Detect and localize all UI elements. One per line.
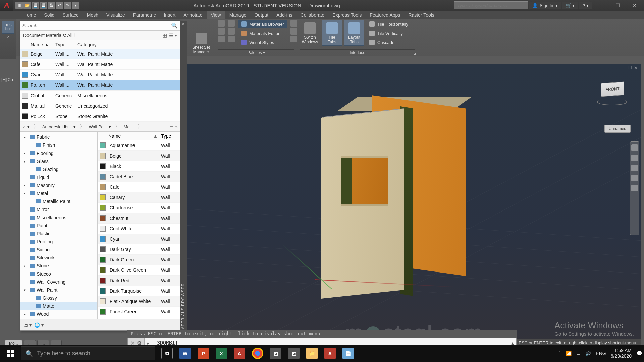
tree-item-sitework[interactable]: Sitework bbox=[20, 254, 97, 262]
tree-item-stone[interactable]: ▸ Stone bbox=[20, 262, 97, 270]
taskbar-autocad-2[interactable]: A bbox=[321, 345, 339, 362]
view-mode-icon[interactable]: ▭ bbox=[169, 124, 173, 129]
switch-windows-button[interactable]: Switch Windows bbox=[300, 20, 320, 46]
tree-item-glass[interactable]: ▾ Glass bbox=[20, 157, 97, 165]
taskbar-app-2[interactable]: ◩ bbox=[285, 345, 303, 362]
materials-browser-button[interactable]: Materials Browser bbox=[238, 20, 287, 28]
taskbar-folder[interactable]: 📁 bbox=[303, 345, 321, 362]
tree-item-mirror[interactable]: Mirror bbox=[20, 205, 97, 214]
doc-material-row[interactable]: Cyan Wall ... Wall Paint: Matte bbox=[20, 70, 180, 80]
material-list-header[interactable]: Name ▲ Type bbox=[98, 132, 180, 140]
palette-icon-8[interactable] bbox=[290, 28, 297, 35]
palette-icon-1[interactable] bbox=[218, 20, 225, 27]
bc-home[interactable]: ⌂▾ bbox=[20, 122, 32, 131]
taskbar-search[interactable]: 🔍 Type here to search bbox=[21, 346, 155, 360]
ribbon-tab-collaborate[interactable]: Collaborate bbox=[297, 11, 329, 19]
ribbon-tab-insert[interactable]: Insert bbox=[160, 11, 179, 19]
tree-item-metal[interactable]: ▸ Metal bbox=[20, 189, 97, 197]
bc-group[interactable]: Wall Pa... ▾ bbox=[86, 122, 113, 131]
tree-item-paint[interactable]: Paint bbox=[20, 222, 97, 230]
close-button[interactable]: ✕ bbox=[627, 0, 643, 11]
material-row[interactable]: Black Wall bbox=[98, 161, 180, 172]
tile-horizontally-button[interactable]: Tile Horizontally bbox=[366, 20, 411, 28]
visual-styles-button[interactable]: Visual Styles bbox=[238, 38, 287, 46]
tree-item-roofing[interactable]: Roofing bbox=[20, 238, 97, 246]
ucs-icon-button[interactable]: UCS Icon bbox=[2, 21, 14, 34]
file-tabs-button[interactable]: File Tabs bbox=[322, 20, 342, 46]
doc-material-row[interactable]: Cafe Wall ... Wall Paint: Matte bbox=[20, 59, 180, 70]
material-row[interactable]: Canary Wall bbox=[98, 192, 180, 203]
qat-more-icon[interactable]: ▾ bbox=[72, 2, 79, 9]
app-menu-button[interactable]: A bbox=[0, 0, 13, 11]
palette-icon-3[interactable] bbox=[218, 36, 225, 42]
ribbon-tab-output[interactable]: Output bbox=[250, 11, 272, 19]
col-category[interactable]: Category bbox=[77, 42, 180, 47]
material-row[interactable]: Chartreuse Wall bbox=[98, 203, 180, 213]
vp-maximize-icon[interactable]: ☐ bbox=[628, 65, 632, 70]
viewport-label[interactable]: [−][Cu bbox=[1, 77, 13, 82]
palette-icon-5[interactable] bbox=[228, 28, 235, 35]
material-row[interactable]: Aquamarine Wall bbox=[98, 140, 180, 151]
vp-close-icon[interactable]: ✕ bbox=[634, 65, 638, 70]
tray-clock[interactable]: 11:59 AM 6/23/2020 bbox=[611, 348, 632, 359]
expand-icon[interactable]: ▸ bbox=[24, 191, 28, 196]
tree-item-liquid[interactable]: Liquid bbox=[20, 173, 97, 181]
ribbon-tab-annotate[interactable]: Annotate bbox=[179, 11, 206, 19]
expand-icon[interactable]: ▾ bbox=[24, 159, 28, 164]
exchange-button[interactable]: 🛒 ▾ bbox=[562, 2, 579, 9]
layout-tabs-button[interactable]: Layout Tabs bbox=[344, 20, 364, 46]
category-tree[interactable]: ▸ Fabric Finish▸ Flooring▾ Glass Glazing… bbox=[20, 132, 98, 319]
ribbon-tab-add-ins[interactable]: Add-ins bbox=[272, 11, 296, 19]
tree-item-metallic-paint[interactable]: Metallic Paint bbox=[20, 197, 97, 205]
material-row[interactable]: Dark Gray Wall bbox=[98, 244, 180, 255]
material-row[interactable]: Forest Green Wall bbox=[98, 307, 180, 317]
material-row[interactable]: Dark Green Wall bbox=[98, 255, 180, 265]
material-row[interactable]: Beige Wall bbox=[98, 151, 180, 161]
tree-item-glossy[interactable]: Glossy bbox=[20, 294, 97, 302]
cascade-button[interactable]: Cascade bbox=[366, 38, 411, 46]
help-search-input[interactable] bbox=[454, 1, 528, 9]
navigation-bar[interactable] bbox=[630, 141, 639, 235]
tray-language[interactable]: ENG bbox=[596, 351, 606, 356]
overflow-icon[interactable]: » bbox=[175, 124, 178, 129]
expand-icon[interactable]: ▸ bbox=[24, 183, 28, 188]
tree-item-wall-covering[interactable]: Wall Covering bbox=[20, 278, 97, 286]
tree-item-glazing[interactable]: Glazing bbox=[20, 165, 97, 173]
tree-item-siding[interactable]: Siding bbox=[20, 246, 97, 254]
manage-libraries-icon[interactable]: 🗂 ▾ bbox=[23, 322, 32, 328]
doc-materials-header-row[interactable]: Name ▲ Type Category bbox=[20, 40, 180, 49]
tree-item-fabric[interactable]: ▸ Fabric bbox=[20, 133, 97, 141]
minimize-button[interactable]: — bbox=[593, 0, 609, 11]
tree-item-wall-paint[interactable]: ▾ Wall Paint bbox=[20, 286, 97, 294]
doc-material-row[interactable]: Fo...en Wall ... Wall Paint: Matte bbox=[20, 80, 180, 90]
tray-battery-icon[interactable]: ▭ bbox=[576, 351, 581, 356]
col-name[interactable]: Name ▲ bbox=[29, 42, 55, 47]
qat-plot-icon[interactable]: 🖶 bbox=[48, 2, 55, 9]
tray-notifications-icon[interactable]: 💬 bbox=[636, 351, 642, 356]
bc-leaf[interactable]: Ma... bbox=[121, 122, 136, 131]
palette-icon-2[interactable] bbox=[218, 28, 225, 35]
ribbon-tab-parametric[interactable]: Parametric bbox=[129, 11, 160, 19]
taskbar-autocad-1[interactable]: A bbox=[231, 345, 248, 362]
expand-icon[interactable]: ▸ bbox=[24, 312, 28, 316]
list-col-type[interactable]: Type bbox=[161, 133, 180, 139]
palette-close-icon[interactable]: ✕ bbox=[180, 21, 187, 28]
material-row[interactable]: Chestnut Wall bbox=[98, 213, 180, 224]
material-row[interactable]: Flat - Antique White Wall bbox=[98, 296, 180, 307]
search-icon[interactable]: 🔍 bbox=[171, 22, 178, 29]
view-thumb-icon[interactable]: ▦ bbox=[163, 33, 167, 38]
document-materials-header[interactable]: Document Materials: All 〉 ▦ ☰ ▾ bbox=[20, 31, 180, 40]
palette-search-input[interactable] bbox=[22, 23, 171, 28]
expand-icon[interactable]: ▸ bbox=[24, 135, 28, 139]
tree-item-flooring[interactable]: ▸ Flooring bbox=[20, 149, 97, 157]
bc-library[interactable]: Autodesk Libr... ▾ bbox=[40, 122, 79, 131]
tray-chevron-icon[interactable]: ˄ bbox=[559, 351, 561, 356]
taskbar-chrome[interactable] bbox=[249, 345, 266, 362]
signin-button[interactable]: 👤 Sign In ▾ bbox=[529, 2, 561, 9]
viewcube[interactable]: FRONT bbox=[601, 82, 627, 103]
material-row[interactable]: Dark Turquoise Wall bbox=[98, 286, 180, 296]
material-row[interactable]: Dark Olive Green Wall bbox=[98, 265, 180, 276]
tree-item-miscellaneous[interactable]: Miscellaneous bbox=[20, 214, 97, 222]
materials-editor-button[interactable]: Materials Editor bbox=[238, 29, 287, 37]
tray-volume-icon[interactable]: 🔊 bbox=[585, 351, 591, 356]
